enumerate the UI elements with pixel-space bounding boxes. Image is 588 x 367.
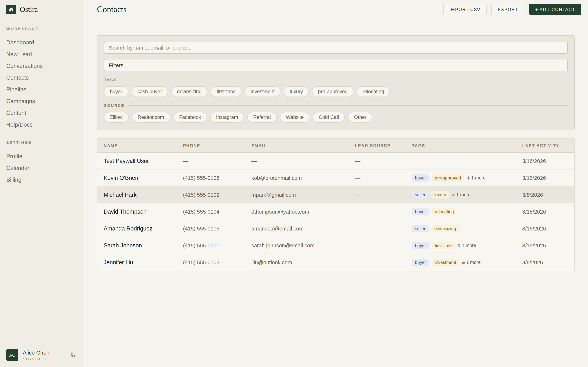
source-filter-chip[interactable]: Zillow: [104, 112, 129, 123]
source-filter-chip[interactable]: Cold Call: [313, 112, 345, 123]
sidebar-item-billing[interactable]: Billing: [4, 174, 79, 186]
contact-tag: seller: [412, 225, 428, 232]
source-filter-chip[interactable]: Other: [348, 112, 372, 123]
column-header: NAME: [104, 143, 183, 148]
source-filter-chip[interactable]: Instagram: [210, 112, 244, 123]
cell-email: kob@protonmail.com: [251, 175, 355, 181]
contact-tag: relocating: [432, 208, 457, 215]
table-row[interactable]: Amanda Rodriguez (415) 555-0105 amanda.r…: [97, 220, 574, 237]
column-header: TAGS: [412, 143, 522, 148]
cell-tags: buyerpre-approved& 1 more: [412, 174, 522, 182]
cell-tags: buyerrelocating: [412, 208, 522, 215]
cell-email: amanda.r@email.com: [251, 225, 355, 231]
cell-phone: —: [183, 158, 251, 164]
table-row[interactable]: Test Paywall User — — — 3/16/2026: [97, 153, 574, 170]
cell-phone: (415) 555-0106: [183, 175, 251, 181]
filters-toggle[interactable]: Filters: [104, 59, 568, 71]
cell-tags: buyerinvestment& 1 more: [412, 259, 522, 266]
tag-filter-chip[interactable]: investment: [245, 86, 281, 97]
cell-email: dthompson@yahoo.com: [251, 209, 355, 215]
sidebar: Ostira WORKSPACE DashboardNew LeadConver…: [0, 0, 83, 367]
cell-name: Jennifer Liu: [104, 259, 183, 266]
table-header-row: NAMEPHONEEMAILLEAD SOURCETAGSLAST ACTIVI…: [97, 139, 574, 153]
sidebar-item-contacts[interactable]: Contacts: [4, 72, 79, 84]
source-filter-chip[interactable]: Realtor.com: [132, 112, 170, 123]
add-contact-button[interactable]: + ADD CONTACT: [529, 4, 581, 15]
more-tags-count: & 1 more: [462, 260, 481, 265]
table-row[interactable]: David Thompson (415) 555-0104 dthompson@…: [97, 203, 574, 220]
column-header: LAST ACTIVITY: [522, 143, 568, 148]
table-row[interactable]: Sarah Johnson (415) 555-0101 sarah.johns…: [97, 237, 574, 254]
search-input[interactable]: [104, 42, 568, 54]
tags-label: TAGS: [104, 77, 117, 82]
page-title: Contacts: [97, 5, 127, 14]
cell-tags: sellerdownsizing: [412, 225, 522, 232]
sidebar-item-dashboard[interactable]: Dashboard: [4, 37, 79, 49]
cell-tags: sellerluxury& 1 more: [412, 191, 522, 198]
cell-name: Amanda Rodriguez: [104, 225, 183, 232]
source-filter-chip[interactable]: Referral: [247, 112, 277, 123]
settings-section-label: SETTINGS: [6, 140, 77, 145]
sidebar-item-conversations[interactable]: Conversations: [4, 60, 79, 72]
cell-name: Sarah Johnson: [104, 242, 183, 249]
content: Filters TAGS buyercash-buyerdownsizingfi…: [83, 19, 588, 271]
tag-filter-chip[interactable]: relocating: [357, 86, 390, 97]
contact-tag: buyer: [412, 208, 429, 215]
tag-filter-chip[interactable]: pre-approved: [312, 86, 354, 97]
cell-phone: (415) 555-0105: [183, 225, 251, 231]
contact-tag: buyer: [412, 259, 429, 266]
column-header: PHONE: [183, 143, 251, 148]
sign-out-button[interactable]: SIGN OUT: [23, 357, 66, 361]
moon-icon[interactable]: [70, 352, 77, 358]
cell-last-activity: 3/8/2026: [522, 259, 568, 265]
cell-lead-source: —: [355, 242, 412, 248]
workspace-section-label: WORKSPACE: [6, 26, 77, 31]
cell-name: Test Paywall User: [104, 158, 183, 164]
table-body: Test Paywall User — — — 3/16/2026 Kevin …: [97, 153, 574, 271]
cell-lead-source: —: [355, 209, 412, 215]
source-filter-chip[interactable]: Facebook: [173, 112, 207, 123]
more-tags-count: & 1 more: [458, 243, 476, 248]
cell-phone: (415) 555-0103: [183, 259, 251, 265]
sidebar-item-calendar[interactable]: Calendar: [4, 162, 79, 174]
contact-tag: first-time: [432, 242, 455, 249]
topbar: Contacts IMPORT CSV EXPORT + ADD CONTACT: [83, 0, 588, 19]
tag-filter-chip[interactable]: first-time: [211, 86, 242, 97]
cell-phone: (415) 555-0104: [183, 209, 251, 215]
tag-filter-chip[interactable]: buyer: [104, 86, 128, 97]
table-row[interactable]: Jennifer Liu (415) 555-0103 jliu@outlook…: [97, 254, 574, 271]
cell-last-activity: 3/15/2026: [522, 175, 568, 181]
cell-last-activity: 3/15/2026: [522, 242, 568, 248]
contact-tag: downsizing: [431, 225, 459, 232]
source-group-label: SOURCE: [104, 103, 568, 108]
sidebar-item-help-docs[interactable]: Help/Docs: [4, 119, 79, 131]
source-filter-chip[interactable]: Website: [280, 112, 310, 123]
cell-name: Kevin O'Brien: [104, 175, 183, 181]
import-csv-button[interactable]: IMPORT CSV: [443, 4, 487, 15]
brand-name: Ostira: [20, 5, 38, 14]
sidebar-item-pipeline[interactable]: Pipeline: [4, 84, 79, 95]
cell-lead-source: —: [355, 225, 412, 231]
table-row[interactable]: Michael Park (415) 555-0102 mpark@gmail.…: [97, 186, 574, 203]
cell-name: David Thompson: [104, 208, 183, 215]
cell-email: mpark@gmail.com: [251, 192, 355, 198]
cell-lead-source: —: [355, 192, 412, 198]
sidebar-item-content[interactable]: Content: [4, 107, 79, 119]
source-label: SOURCE: [104, 103, 124, 108]
cell-phone: (415) 555-0101: [183, 242, 251, 248]
contact-tag: buyer: [412, 242, 429, 249]
cell-name: Michael Park: [104, 192, 183, 198]
table-row[interactable]: Kevin O'Brien (415) 555-0106 kob@protonm…: [97, 170, 574, 186]
tag-filter-chip[interactable]: luxury: [284, 86, 309, 97]
tag-filter-chip[interactable]: downsizing: [171, 86, 208, 97]
sidebar-item-profile[interactable]: Profile: [4, 150, 79, 162]
tag-filter-chip[interactable]: cash-buyer: [131, 86, 168, 97]
contact-tag: investment: [432, 259, 459, 266]
sidebar-item-campaigns[interactable]: Campaigns: [4, 95, 79, 107]
filter-panel: Filters TAGS buyercash-buyerdownsizingfi…: [97, 35, 575, 130]
more-tags-count: & 1 more: [452, 192, 470, 197]
export-button[interactable]: EXPORT: [492, 4, 524, 15]
sidebar-item-new-lead[interactable]: New Lead: [4, 49, 79, 60]
cell-lead-source: —: [355, 158, 412, 164]
contacts-table: NAMEPHONEEMAILLEAD SOURCETAGSLAST ACTIVI…: [97, 138, 575, 271]
